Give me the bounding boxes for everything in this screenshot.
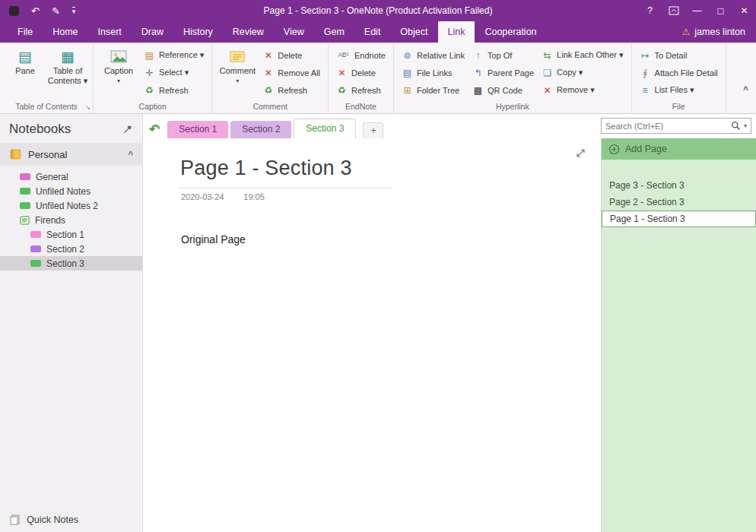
- page-body-text[interactable]: Original Page: [179, 233, 601, 245]
- caption-button[interactable]: Caption ▾: [97, 44, 140, 100]
- dialog-launcher-icon[interactable]: ↘: [85, 105, 91, 111]
- table-of-contents-button[interactable]: ▦ Table of Contents ▾: [46, 44, 89, 100]
- to-detail-button[interactable]: ↦ To Detail: [636, 46, 722, 64]
- ribbon-group-table-of-contents: ▤ Pane ▦ Table of Contents ▾ Table of Co…: [0, 43, 94, 113]
- page-canvas[interactable]: Page 1 - Section 3 2020-03-24 19:05 Orig…: [143, 138, 601, 532]
- ribbon: ▤ Pane ▦ Table of Contents ▾ Table of Co…: [0, 43, 756, 114]
- help-button[interactable]: ?: [638, 0, 662, 21]
- sidebar-item-unfiled-notes-2[interactable]: Unfiled Notes 2: [0, 198, 142, 213]
- sidebar-item-section-2[interactable]: Section 2: [0, 242, 142, 256]
- comment-delete-button[interactable]: ✕ Delete: [259, 46, 324, 64]
- pane-icon: ▤: [18, 46, 32, 66]
- section-tab-2[interactable]: Section 2: [230, 121, 291, 138]
- pin-icon[interactable]: [122, 124, 133, 135]
- nav-back-icon[interactable]: ↶: [149, 123, 160, 136]
- top-of-label: Top Of: [488, 51, 512, 60]
- menu-tab-insert[interactable]: Insert: [88, 21, 132, 43]
- menu-tab-review[interactable]: Review: [223, 21, 274, 43]
- expand-page-icon[interactable]: [576, 148, 586, 158]
- group-label-caption: Caption: [97, 100, 208, 113]
- list-files-button[interactable]: ≡ List Files ▾: [636, 81, 722, 99]
- app-icon[interactable]: [9, 6, 19, 16]
- reference-button[interactable]: ▤ Reference ▾: [140, 46, 208, 64]
- qat-dropdown-icon[interactable]: ▾: [72, 7, 76, 15]
- pen-icon[interactable]: ✎: [52, 6, 60, 16]
- menu-tab-link[interactable]: Link: [438, 21, 475, 43]
- qr-code-button[interactable]: ▩ QR Code: [469, 81, 538, 99]
- section-color-chip: [20, 173, 30, 180]
- menu-tab-cooperation[interactable]: Cooperation: [475, 21, 546, 43]
- menu-tab-gem[interactable]: Gem: [314, 21, 354, 43]
- select-icon: ✛: [144, 68, 155, 78]
- section-tab-3[interactable]: Section 3: [294, 119, 356, 138]
- collapse-ribbon-icon[interactable]: ^: [743, 84, 748, 95]
- menu-tab-history[interactable]: History: [173, 21, 223, 43]
- sidebar-item-section-1[interactable]: Section 1: [0, 227, 142, 242]
- menu-tab-file[interactable]: File: [8, 21, 43, 43]
- section-tab-1[interactable]: Section 1: [167, 121, 228, 138]
- copy-button[interactable]: ❏ Copy ▾: [538, 64, 627, 81]
- sidebar-item-unfiled-notes[interactable]: Unfiled Notes: [0, 184, 142, 198]
- minimize-button[interactable]: —: [685, 0, 709, 21]
- link-each-other-label: Link Each Other ▾: [557, 50, 623, 60]
- parent-page-button[interactable]: ↰ Parent Page: [469, 64, 538, 81]
- close-button[interactable]: ✕: [732, 0, 756, 21]
- page-title[interactable]: Page 1 - Section 3: [180, 157, 352, 180]
- caption-refresh-button[interactable]: ♻ Refresh: [140, 81, 208, 99]
- remove-all-button[interactable]: ✕ Remove All: [259, 64, 324, 81]
- top-of-icon: ↑: [472, 51, 484, 60]
- sidebar-item-label: Section 1: [46, 230, 84, 240]
- sidebar-item-label: Section 3: [46, 258, 84, 269]
- remove-button[interactable]: ✕ Remove ▾: [538, 81, 627, 99]
- pane-button[interactable]: ▤ Pane: [4, 44, 46, 100]
- folder-tree-label: Folder Tree: [417, 86, 459, 95]
- ribbon-display-options-icon: [669, 6, 679, 15]
- endnote-refresh-button[interactable]: ♻ Refresh: [332, 81, 389, 99]
- sidebar-item-firends[interactable]: Firends: [0, 213, 142, 227]
- sidebar-item-section-3[interactable]: Section 3: [0, 256, 142, 271]
- comment-refresh-button[interactable]: ♻ Refresh: [259, 81, 324, 99]
- endnote-delete-button[interactable]: ✕ Delete: [332, 64, 389, 81]
- add-section-tab[interactable]: +: [363, 122, 383, 138]
- select-button[interactable]: ✛ Select ▾: [140, 64, 208, 81]
- search-scope-caret-icon[interactable]: ▾: [744, 122, 747, 129]
- search-box[interactable]: ▾: [601, 118, 751, 134]
- ribbon-group-caption: Caption ▾ ▤ Reference ▾ ✛ Select ▾ ♻ Ref…: [94, 43, 212, 113]
- menu-tab-edit[interactable]: Edit: [354, 21, 391, 43]
- attach-file-detail-button[interactable]: ∮ Attach File Detail: [636, 64, 722, 81]
- copy-label: Copy ▾: [557, 68, 583, 78]
- group-label-comment: Comment: [216, 100, 324, 113]
- relative-link-icon: ⊚: [402, 51, 413, 60]
- undo-icon[interactable]: ↶: [31, 6, 40, 16]
- top-of-button[interactable]: ↑ Top Of: [469, 46, 538, 64]
- maximize-button[interactable]: □: [709, 0, 732, 21]
- sidebar-item-general[interactable]: General: [0, 169, 142, 184]
- add-page-button[interactable]: Add Page: [602, 138, 756, 160]
- menu-tab-draw[interactable]: Draw: [132, 21, 173, 43]
- notebook-personal[interactable]: Personal ^: [0, 143, 142, 166]
- ribbon-group-file: ↦ To Detail ∮ Attach File Detail ≡ List …: [632, 43, 726, 113]
- chevron-up-icon[interactable]: ^: [129, 150, 133, 159]
- endnote-button[interactable]: AB¹ Endnote: [332, 46, 389, 64]
- menu-tab-view[interactable]: View: [274, 21, 314, 43]
- sidebar-item-label: Unfiled Notes: [36, 186, 91, 197]
- ribbon-group-comment: Comment ▾ ✕ Delete ✕ Remove All ♻ Refres…: [212, 43, 329, 113]
- folder-tree-button[interactable]: ⊞ Folder Tree: [398, 81, 469, 99]
- menu-tab-home[interactable]: Home: [43, 21, 87, 43]
- ribbon-display-options-button[interactable]: [662, 0, 685, 21]
- qr-code-icon: ▩: [472, 86, 484, 95]
- comment-button[interactable]: Comment ▾: [216, 44, 259, 100]
- link-each-other-button[interactable]: ⇆ Link Each Other ▾: [538, 46, 627, 64]
- comment-label: Comment: [220, 66, 256, 76]
- search-icon[interactable]: [731, 121, 741, 131]
- search-input[interactable]: [605, 122, 728, 131]
- page-item-page-2[interactable]: Page 2 - Section 3: [602, 194, 756, 211]
- page-item-page-1[interactable]: Page 1 - Section 3: [602, 211, 756, 227]
- file-links-button[interactable]: ▤ File Links: [398, 64, 469, 81]
- account-button[interactable]: ⚠ james linton: [682, 21, 756, 43]
- quick-notes-button[interactable]: Quick Notes: [0, 508, 142, 532]
- relative-link-button[interactable]: ⊚ Relative Link: [398, 46, 469, 64]
- page-item-page-3[interactable]: Page 3 - Section 3: [602, 177, 756, 194]
- menu-tab-object[interactable]: Object: [390, 21, 437, 43]
- section-color-chip: [20, 188, 30, 195]
